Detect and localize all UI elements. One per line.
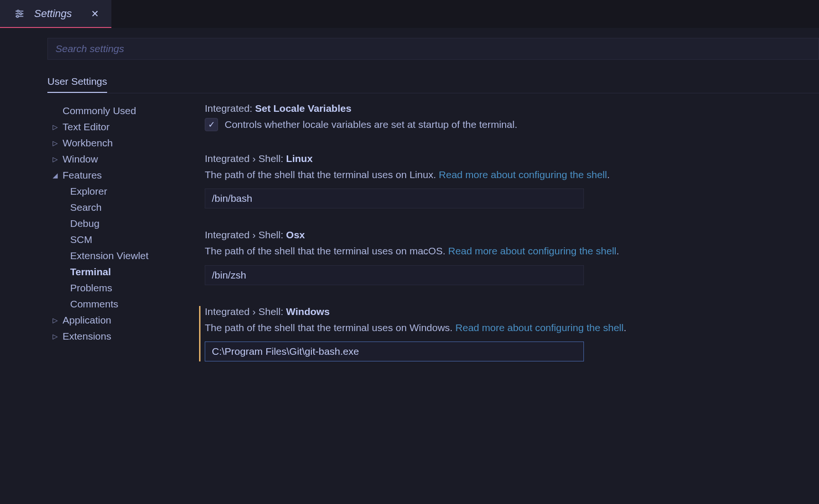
checkbox-row: ✓ Controls whether locale variables are … xyxy=(205,117,819,132)
svg-point-4 xyxy=(20,12,22,14)
checkbox-set-locale[interactable]: ✓ xyxy=(205,118,218,131)
setting-desc: The path of the shell that the terminal … xyxy=(205,167,819,182)
search-area: User Settings xyxy=(0,28,819,93)
chevron-right-icon: ▷ xyxy=(47,333,63,340)
nav-problems[interactable]: Problems xyxy=(47,280,190,296)
setting-title: Integrated › Shell: Linux xyxy=(205,153,819,164)
nav-explorer[interactable]: Explorer xyxy=(47,183,190,199)
nav-window[interactable]: ▷ Window xyxy=(47,151,190,167)
shell-osx-input[interactable] xyxy=(205,265,584,285)
setting-shell-windows: Integrated › Shell: Windows The path of … xyxy=(199,306,819,362)
setting-set-locale-variables: Integrated: Set Locale Variables ✓ Contr… xyxy=(199,103,819,132)
tab-user-settings[interactable]: User Settings xyxy=(47,71,107,93)
search-input[interactable] xyxy=(47,38,819,60)
content-area: Commonly Used ▷ Text Editor ▷ Workbench … xyxy=(0,103,819,382)
nav-scm[interactable]: SCM xyxy=(47,232,190,248)
setting-title: Integrated: Set Locale Variables xyxy=(205,103,819,114)
nav-extension-viewlet[interactable]: Extension Viewlet xyxy=(47,248,190,264)
nav-debug[interactable]: Debug xyxy=(47,216,190,232)
chevron-right-icon: ▷ xyxy=(47,155,63,163)
settings-icon xyxy=(14,9,25,19)
settings-list: Integrated: Set Locale Variables ✓ Contr… xyxy=(190,103,819,382)
setting-title: Integrated › Shell: Osx xyxy=(205,229,819,241)
svg-point-5 xyxy=(17,15,18,17)
nav-application[interactable]: ▷ Application xyxy=(47,312,190,328)
config-shell-link[interactable]: Read more about configuring the shell xyxy=(455,322,624,333)
setting-desc: The path of the shell that the terminal … xyxy=(205,320,819,335)
chevron-right-icon: ▷ xyxy=(47,139,63,147)
chevron-down-icon: ◢ xyxy=(47,171,63,179)
nav-extensions[interactable]: ▷ Extensions xyxy=(47,328,190,344)
config-shell-link[interactable]: Read more about configuring the shell xyxy=(448,245,617,256)
settings-tab[interactable]: Settings ✕ xyxy=(0,0,111,28)
tab-bar: Settings ✕ xyxy=(0,0,819,28)
nav-search[interactable]: Search xyxy=(47,199,190,216)
setting-desc: The path of the shell that the terminal … xyxy=(205,243,819,259)
setting-shell-linux: Integrated › Shell: Linux The path of th… xyxy=(199,153,819,209)
scope-tabs: User Settings xyxy=(47,71,819,93)
setting-title: Integrated › Shell: Windows xyxy=(205,306,819,317)
setting-desc: Controls whether locale variables are se… xyxy=(225,117,517,132)
config-shell-link[interactable]: Read more about configuring the shell xyxy=(439,169,607,180)
nav-text-editor[interactable]: ▷ Text Editor xyxy=(47,119,190,135)
settings-nav-tree: Commonly Used ▷ Text Editor ▷ Workbench … xyxy=(47,103,190,382)
nav-workbench[interactable]: ▷ Workbench xyxy=(47,135,190,151)
shell-linux-input[interactable] xyxy=(205,189,584,208)
nav-features[interactable]: ◢ Features xyxy=(47,167,190,183)
close-icon[interactable]: ✕ xyxy=(91,8,99,19)
nav-terminal[interactable]: Terminal xyxy=(47,264,190,280)
nav-comments[interactable]: Comments xyxy=(47,296,190,312)
tab-title: Settings xyxy=(34,8,72,20)
chevron-right-icon: ▷ xyxy=(47,123,63,131)
shell-windows-input[interactable] xyxy=(205,342,584,361)
setting-shell-osx: Integrated › Shell: Osx The path of the … xyxy=(199,229,819,285)
chevron-right-icon: ▷ xyxy=(47,316,63,324)
svg-point-3 xyxy=(17,10,19,12)
nav-commonly-used[interactable]: Commonly Used xyxy=(47,103,190,119)
